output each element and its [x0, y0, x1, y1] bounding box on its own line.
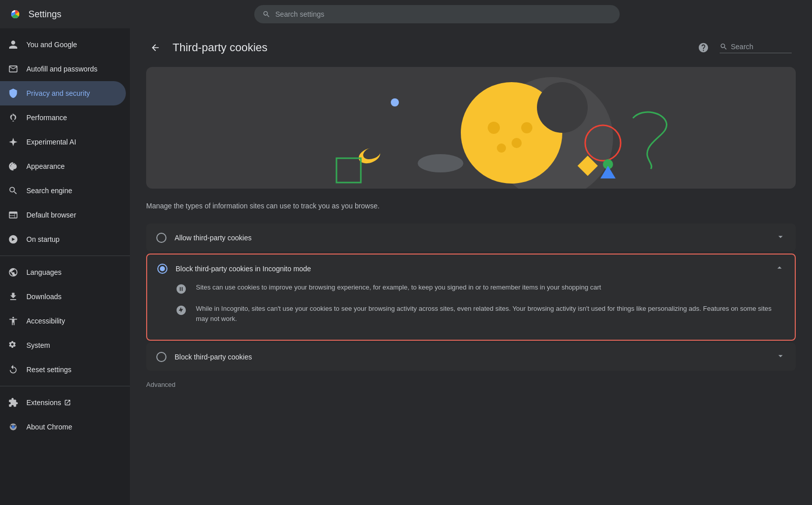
- detail-text-2: While in Incognito, sites can't use your…: [196, 304, 785, 323]
- back-button[interactable]: [146, 39, 164, 57]
- sidebar-label-default-browser: Default browser: [26, 211, 76, 219]
- svg-point-19: [182, 286, 184, 287]
- person-icon: [8, 40, 18, 50]
- svg-point-20: [179, 291, 180, 293]
- sidebar-label-system: System: [26, 341, 50, 349]
- browser-icon: [8, 210, 18, 220]
- main-layout: You and Google Autofill and passwords Pr…: [0, 28, 812, 505]
- sidebar-item-appearance[interactable]: Appearance: [0, 154, 126, 178]
- content-search-input[interactable]: [731, 43, 792, 51]
- content-header-left: Third-party cookies: [146, 39, 267, 57]
- search-engine-icon: [8, 186, 18, 196]
- sidebar-label-performance: Performance: [26, 114, 67, 122]
- sidebar-label-appearance: Appearance: [26, 162, 65, 170]
- sparkle-icon: [8, 137, 18, 147]
- shield-icon: [8, 88, 18, 98]
- svg-point-9: [497, 143, 506, 153]
- svg-point-10: [521, 122, 532, 133]
- sidebar-label-search-engine: Search engine: [26, 187, 72, 195]
- sidebar-item-reset-settings[interactable]: Reset settings: [0, 357, 126, 382]
- content-header-right: [695, 40, 792, 56]
- sidebar-label-on-startup: On startup: [26, 235, 59, 243]
- option-allow-cookies[interactable]: Allow third-party cookies: [146, 224, 796, 251]
- page-description: Manage the types of information sites ca…: [130, 201, 812, 224]
- chrome-logo-icon: [8, 7, 22, 21]
- sidebar-item-accessibility[interactable]: Accessibility: [0, 309, 126, 333]
- option-incognito-label: Block third-party cookies in Incognito m…: [176, 265, 774, 273]
- sidebar-item-performance[interactable]: Performance: [0, 105, 126, 130]
- sidebar-label-downloads: Downloads: [26, 293, 61, 301]
- reset-icon: [8, 365, 18, 375]
- performance-icon: [8, 113, 18, 123]
- radio-allow[interactable]: [156, 233, 166, 243]
- sidebar-label-you-and-google: You and Google: [26, 41, 77, 49]
- sidebar: You and Google Autofill and passwords Pr…: [0, 28, 130, 505]
- detail-row-1: Sites can use cookies to improve your br…: [176, 282, 785, 296]
- startup-icon: [8, 234, 18, 244]
- option-block-all-cookies[interactable]: Block third-party cookies: [146, 343, 796, 371]
- global-search-icon: [262, 10, 270, 18]
- sidebar-item-experimental-ai[interactable]: Experimental AI: [0, 130, 126, 154]
- svg-point-8: [512, 138, 522, 148]
- sidebar-item-on-startup[interactable]: On startup: [0, 227, 126, 251]
- cookie-detail-icon: [176, 283, 188, 296]
- block-detail-icon: [176, 305, 188, 317]
- option-allow-top: Allow third-party cookies: [156, 232, 786, 243]
- sidebar-item-privacy[interactable]: Privacy and security: [0, 81, 126, 105]
- autofill-icon: [8, 64, 18, 74]
- sidebar-item-downloads[interactable]: Downloads: [0, 284, 126, 309]
- sidebar-item-you-and-google[interactable]: You and Google: [0, 32, 126, 57]
- content-search-icon: [720, 43, 728, 51]
- sidebar-item-autofill[interactable]: Autofill and passwords: [0, 57, 126, 81]
- sidebar-item-search-engine[interactable]: Search engine: [0, 178, 126, 203]
- svg-point-2: [12, 425, 15, 429]
- help-button[interactable]: [695, 40, 712, 56]
- content-search[interactable]: [720, 43, 792, 53]
- global-search-bar[interactable]: [254, 5, 620, 23]
- sidebar-item-languages[interactable]: Languages: [0, 260, 126, 284]
- content-header: Third-party cookies: [130, 28, 812, 67]
- sidebar-item-default-browser[interactable]: Default browser: [0, 203, 126, 227]
- option-allow-label: Allow third-party cookies: [175, 234, 775, 242]
- svg-point-6: [537, 82, 588, 133]
- svg-point-7: [488, 122, 500, 134]
- sidebar-label-privacy: Privacy and security: [26, 89, 90, 97]
- palette-icon: [8, 161, 18, 171]
- advanced-label: Advanced: [146, 381, 176, 388]
- accessibility-icon: [8, 316, 18, 326]
- chrome-icon: [8, 422, 18, 432]
- top-bar: Settings: [0, 0, 812, 28]
- sidebar-label-accessibility: Accessibility: [26, 317, 65, 325]
- option-block-all-label: Block third-party cookies: [175, 353, 775, 361]
- external-link-icon: [64, 399, 71, 406]
- sidebar-label-about-chrome: About Chrome: [26, 423, 72, 431]
- radio-block-all[interactable]: [156, 352, 166, 362]
- system-icon: [8, 340, 18, 350]
- option-block-incognito[interactable]: Block third-party cookies in Incognito m…: [146, 254, 796, 341]
- sidebar-divider-2: [0, 386, 130, 386]
- detail-text-1: Sites can use cookies to improve your br…: [196, 282, 601, 293]
- svg-point-15: [418, 154, 463, 172]
- sidebar-item-system[interactable]: System: [0, 333, 126, 357]
- svg-point-21: [182, 291, 184, 293]
- page-title: Third-party cookies: [173, 41, 267, 54]
- chevron-down-block-all-icon: [775, 351, 786, 363]
- sidebar-divider-1: [0, 256, 130, 256]
- globe-icon: [8, 267, 18, 277]
- sidebar-item-extensions[interactable]: Extensions: [0, 390, 126, 415]
- sidebar-label-languages: Languages: [26, 268, 61, 276]
- cookie-illustration-svg: [146, 67, 796, 189]
- sidebar-item-about-chrome[interactable]: About Chrome: [0, 415, 126, 439]
- option-incognito-top: Block third-party cookies in Incognito m…: [157, 263, 785, 274]
- content-area: Third-party cookies: [130, 28, 812, 505]
- chevron-down-allow-icon: [775, 232, 786, 243]
- app-title: Settings: [28, 9, 61, 20]
- radio-block-incognito[interactable]: [157, 264, 167, 274]
- expanded-details: Sites can use cookies to improve your br…: [157, 282, 785, 332]
- global-search-input[interactable]: [276, 10, 612, 18]
- extensions-label-wrapper: Extensions: [26, 399, 71, 407]
- sidebar-label-reset-settings: Reset settings: [26, 366, 72, 374]
- sidebar-label-extensions: Extensions: [26, 399, 61, 407]
- sidebar-label-autofill: Autofill and passwords: [26, 65, 97, 73]
- download-icon: [8, 292, 18, 302]
